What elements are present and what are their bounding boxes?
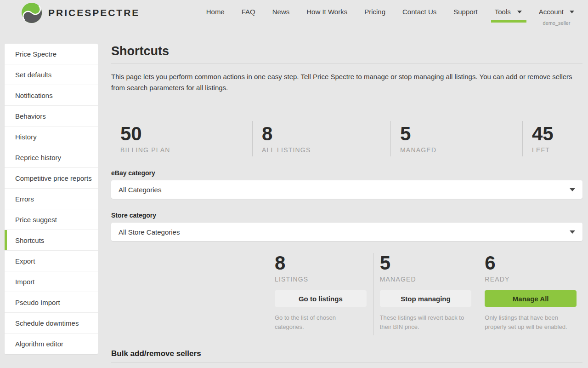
account-label: Account [539,7,564,17]
action-listings: 8 LISTINGS Go to listings Go to the list… [268,253,373,335]
ebay-category-select[interactable]: All Categories [111,180,582,199]
action-caption: Only listings that have been properly se… [485,313,577,332]
action-label: READY [485,276,577,283]
sidebar-item-errors[interactable]: Errors [5,189,98,209]
action-caption: These listings will revert back to their… [380,313,472,332]
action-value: 6 [485,254,577,272]
ebay-category-value: All Categories [119,186,161,194]
stat-label: ALL LISTINGS [262,146,390,154]
stat-value: 45 [532,125,582,143]
sidebar: Price Spectre Set defaults Notifications… [5,44,98,354]
go-to-listings-button[interactable]: Go to listings [275,290,367,307]
sidebar-item-algorithm-editor[interactable]: Algorithm editor [5,334,98,354]
sidebar-item-export[interactable]: Export [5,251,98,271]
stat-all-listings: 8 ALL LISTINGS [252,121,390,156]
stat-value: 50 [120,125,252,143]
stat-value: 5 [400,125,522,143]
sidebar-item-reprice-history[interactable]: Reprice history [5,147,98,168]
sidebar-item-notifications[interactable]: Notifications [5,85,98,106]
store-category-label: Store category [111,212,582,219]
sidebar-item-shortcuts[interactable]: Shortcuts [5,230,98,251]
active-item-indicator [5,230,7,250]
sidebar-item-set-defaults[interactable]: Set defaults [5,64,98,85]
nav-item-tools[interactable]: Tools [495,7,522,17]
nav-item-how-it-works[interactable]: How It Works [306,7,347,17]
sidebar-item-import[interactable]: Import [5,271,98,292]
title-divider [111,63,582,63]
account-username: demo_seller [543,18,570,28]
sidebar-item-schedule-downtimes[interactable]: Schedule downtimes [5,313,98,334]
page-description: This page lets you perform common action… [111,71,582,93]
nav-list: Home FAQ News How It Works Pricing Conta… [206,7,574,28]
manage-all-button[interactable]: Manage All [485,290,577,307]
ebay-category-label: eBay category [111,169,582,177]
sidebar-item-competitive-price-reports[interactable]: Competitive price reports [5,168,98,189]
sidebar-item-price-suggest[interactable]: Price suggest [5,209,98,230]
chevron-down-icon [517,11,522,13]
tools-active-indicator [491,20,526,23]
main-content: Shortcuts This page lets you perform com… [111,41,582,368]
stat-left: 45 LEFT [522,121,582,156]
action-managed: 5 MANAGED Stop managing These listings w… [373,253,478,335]
stats-row: 50 BILLING PLAN 8 ALL LISTINGS 5 MANAGED… [111,121,582,156]
bulk-section-title: Bulk add/remove sellers [111,349,582,358]
nav-item-account[interactable]: Account demo_seller [539,7,574,28]
stat-billing-plan: 50 BILLING PLAN [111,121,252,156]
page-title: Shortcuts [111,45,582,58]
store-category-select[interactable]: All Store Categories [111,223,582,241]
bulk-divider [111,362,582,362]
nav-item-pricing[interactable]: Pricing [364,7,385,17]
chevron-down-icon [570,230,575,234]
action-value: 5 [380,254,472,272]
top-nav: PRICESPECTRE Home FAQ News How It Works … [0,0,588,29]
stat-label: MANAGED [400,146,522,154]
sidebar-item-price-spectre[interactable]: Price Spectre [5,44,98,64]
sidebar-item-label: Shortcuts [15,236,44,244]
nav-item-news[interactable]: News [272,7,290,17]
stat-label: LEFT [532,146,582,154]
sidebar-item-pseudo-import[interactable]: Pseudo Import [5,292,98,313]
nav-item-support[interactable]: Support [453,7,478,17]
chevron-down-icon [570,188,575,191]
stat-value: 8 [262,125,390,143]
nav-item-home[interactable]: Home [206,7,225,17]
store-category-value: All Store Categories [119,228,180,236]
action-ready: 6 READY Manage All Only listings that ha… [478,253,583,335]
action-caption: Go to the list of chosen categories. [275,313,367,332]
tools-label: Tools [495,7,511,17]
action-label: LISTINGS [275,276,367,283]
pricespectre-logo-icon [22,3,42,23]
sidebar-item-history[interactable]: History [5,126,98,147]
action-value: 8 [275,254,367,272]
stat-managed: 5 MANAGED [390,121,522,156]
brand-name: PRICESPECTRE [48,7,140,18]
logo-link[interactable]: PRICESPECTRE [22,3,140,23]
nav-item-faq[interactable]: FAQ [242,7,255,17]
action-label: MANAGED [380,276,472,283]
stat-label: BILLING PLAN [120,146,252,154]
actions-row: 8 LISTINGS Go to listings Go to the list… [268,253,583,335]
chevron-down-icon [570,11,574,13]
stop-managing-button[interactable]: Stop managing [380,290,472,307]
sidebar-item-behaviors[interactable]: Behaviors [5,106,98,126]
nav-item-contact-us[interactable]: Contact Us [402,7,436,17]
